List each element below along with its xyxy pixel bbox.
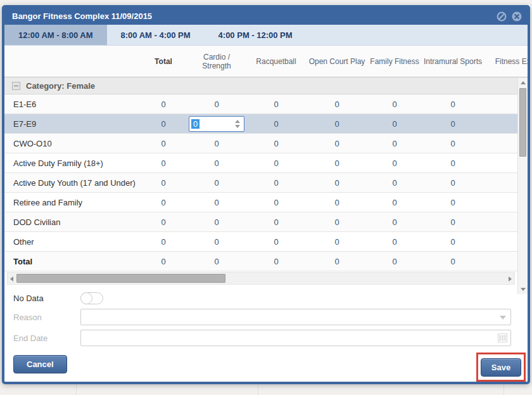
cell-open-court[interactable]: 0 xyxy=(307,159,367,168)
cell-family-fitness[interactable]: 0 xyxy=(367,217,422,227)
cell-intramural[interactable]: 0 xyxy=(422,100,483,109)
cell-total[interactable]: 0 xyxy=(139,198,188,207)
cell-total[interactable]: 0 xyxy=(139,139,188,148)
close-icon[interactable] xyxy=(511,11,522,22)
table-row[interactable]: Active Duty Family (18+) 0 0 0 0 0 0 xyxy=(4,153,528,173)
tab-4pm-12pm[interactable]: 4:00 PM - 12:00 PM xyxy=(205,25,307,45)
vertical-scrollbar-thumb[interactable] xyxy=(519,88,526,157)
cell-family-fitness[interactable]: 0 xyxy=(367,139,422,148)
cell-intramural[interactable]: 0 xyxy=(422,178,483,188)
cell-racquetball[interactable]: 0 xyxy=(245,100,307,109)
cell-cardio: 0 xyxy=(188,257,245,266)
cell-total: 0 xyxy=(139,257,188,266)
vertical-scrollbar[interactable] xyxy=(517,78,528,294)
cell-family-fitness[interactable]: 0 xyxy=(367,178,422,188)
tab-12am-8am[interactable]: 12:00 AM - 8:00 AM xyxy=(4,25,107,45)
cell-racquetball: 0 xyxy=(245,257,307,266)
cell-racquetball[interactable]: 0 xyxy=(245,119,307,129)
spin-up-icon[interactable] xyxy=(235,120,240,123)
table-row[interactable]: E1-E6 0 0 0 0 0 0 xyxy=(4,94,528,114)
cell-open-court[interactable]: 0 xyxy=(307,100,367,109)
cell-cardio[interactable]: 0 xyxy=(188,100,245,109)
cell-cardio[interactable]: 0 xyxy=(188,198,245,207)
no-data-toggle[interactable] xyxy=(80,292,103,304)
no-entry-icon[interactable] xyxy=(496,11,507,22)
toggle-knob-icon xyxy=(80,292,92,304)
cell-total[interactable]: 0 xyxy=(139,237,188,247)
cell-open-court[interactable]: 0 xyxy=(307,119,367,129)
cell-racquetball[interactable]: 0 xyxy=(245,198,307,207)
category-group-row: Category: Female xyxy=(4,77,528,94)
cell-cardio[interactable]: 0 xyxy=(188,159,245,168)
column-header-cardio-strength: Cardio / Strength xyxy=(188,53,245,70)
cell-total[interactable]: 0 xyxy=(139,217,188,227)
cell-cardio[interactable]: 0 xyxy=(188,178,245,188)
row-label: DOD Civilian xyxy=(4,217,139,227)
save-highlight-box: Save xyxy=(476,353,526,382)
cell-intramural[interactable]: 0 xyxy=(422,119,483,129)
horizontal-scrollbar[interactable] xyxy=(7,272,515,285)
table-row[interactable]: CWO-O10 0 0 0 0 0 0 xyxy=(4,134,528,153)
row-label: CWO-O10 xyxy=(4,139,139,148)
cell-family-fitness[interactable]: 0 xyxy=(367,119,422,129)
cell-open-court[interactable]: 0 xyxy=(307,139,367,148)
column-header-total: Total xyxy=(139,57,188,66)
cardio-strength-spinner-input[interactable]: 0 xyxy=(189,116,244,132)
collapse-minus-icon[interactable] xyxy=(12,82,20,90)
cell-intramural[interactable]: 0 xyxy=(422,198,483,207)
table-row-selected[interactable]: E7-E9 0 0 0 0 0 0 xyxy=(4,114,528,134)
spin-down-icon[interactable] xyxy=(235,125,240,128)
cell-open-court[interactable]: 0 xyxy=(307,198,367,207)
table-row[interactable]: Active Duty Youth (17 and Under) 0 0 0 0… xyxy=(4,173,528,193)
cell-intramural[interactable]: 0 xyxy=(422,217,483,227)
spinner-buttons[interactable] xyxy=(235,120,242,128)
scroll-up-icon[interactable] xyxy=(521,81,526,84)
cell-open-court[interactable]: 0 xyxy=(307,178,367,188)
background-divider xyxy=(258,384,258,395)
cell-family-fitness[interactable]: 0 xyxy=(367,237,422,247)
cell-total[interactable]: 0 xyxy=(139,159,188,168)
tab-8am-4pm[interactable]: 8:00 AM - 4:00 PM xyxy=(107,25,205,45)
attendance-entry-dialog: Bangor Fitness Complex 11/09/2015 12:00 … xyxy=(2,5,530,384)
cell-total[interactable]: 0 xyxy=(139,119,188,129)
cell-total[interactable]: 0 xyxy=(139,178,188,188)
reason-select[interactable] xyxy=(80,309,511,325)
cell-intramural[interactable]: 0 xyxy=(422,237,483,247)
cell-family-fitness[interactable]: 0 xyxy=(367,100,422,109)
cell-open-court[interactable]: 0 xyxy=(307,217,367,227)
scroll-left-icon[interactable] xyxy=(10,276,13,282)
cell-racquetball[interactable]: 0 xyxy=(245,217,307,227)
horizontal-scrollbar-thumb[interactable] xyxy=(16,274,225,283)
table-row[interactable]: Other 0 0 0 0 0 0 xyxy=(4,232,528,252)
cell-total[interactable]: 0 xyxy=(139,100,188,109)
cell-cardio[interactable]: 0 xyxy=(188,237,245,247)
dialog-title: Bangor Fitness Complex 11/09/2015 xyxy=(12,11,152,21)
cell-family-fitness[interactable]: 0 xyxy=(367,159,422,168)
cancel-button[interactable]: Cancel xyxy=(13,355,67,373)
calendar-icon[interactable] xyxy=(498,333,507,344)
cell-racquetball[interactable]: 0 xyxy=(245,139,307,148)
save-button[interactable]: Save xyxy=(481,358,521,377)
cell-racquetball[interactable]: 0 xyxy=(245,178,307,188)
table-row[interactable]: Retiree and Family 0 0 0 0 0 0 xyxy=(4,193,528,212)
cell-intramural[interactable]: 0 xyxy=(422,159,483,168)
cell-racquetball[interactable]: 0 xyxy=(245,237,307,247)
cell-racquetball[interactable]: 0 xyxy=(245,159,307,168)
chevron-down-icon[interactable] xyxy=(500,316,506,320)
cell-open-court[interactable]: 0 xyxy=(307,237,367,247)
row-label: Active Duty Family (18+) xyxy=(4,159,139,168)
end-date-input[interactable] xyxy=(80,330,511,346)
scroll-right-icon[interactable] xyxy=(509,276,512,282)
row-label: Retiree and Family xyxy=(4,198,139,207)
cell-cardio[interactable]: 0 xyxy=(188,139,245,148)
table-header-row: Total Cardio / Strength Racquetball Open… xyxy=(4,46,528,77)
cell-cardio[interactable]: 0 xyxy=(188,217,245,227)
table-row[interactable]: DOD Civilian 0 0 0 0 0 0 xyxy=(4,212,528,232)
row-label: E7-E9 xyxy=(4,119,139,129)
row-label: Other xyxy=(4,237,139,247)
cell-intramural[interactable]: 0 xyxy=(422,139,483,148)
scroll-down-icon[interactable] xyxy=(521,288,526,291)
column-header-fitness-exerc: Fitness Exerc xyxy=(483,57,530,66)
tab-label: 4:00 PM - 12:00 PM xyxy=(218,30,293,40)
cell-family-fitness[interactable]: 0 xyxy=(367,198,422,207)
